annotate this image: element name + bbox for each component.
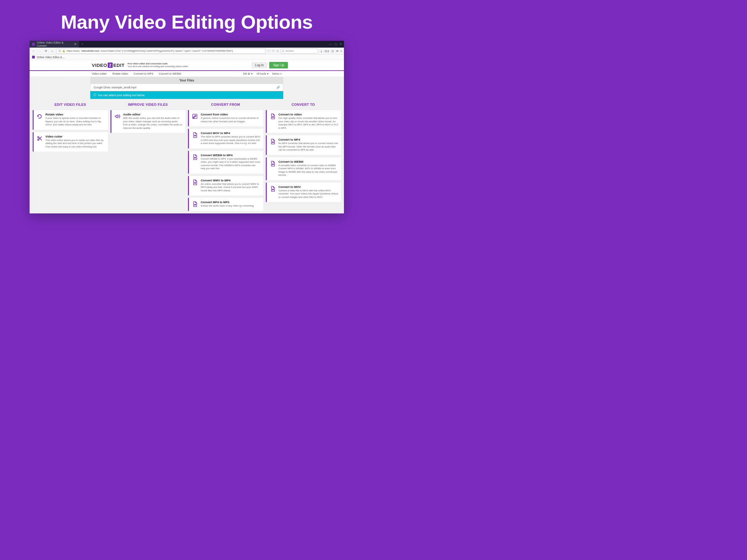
overflow-icon[interactable]: ≫ [336,50,339,53]
lock-icon: 🔒 [62,50,66,52]
tool-description: Convert a video file to MOV with this on… [279,189,339,199]
sidebar-icon[interactable]: ◫ [331,50,334,53]
tool-description: If your video is upside down or recorded… [46,117,105,127]
tool-title: Convert from video [201,113,261,116]
tool-card[interactable]: Convert to MP4 An MP4 converter that all… [266,135,341,155]
library-icon[interactable]: ⫿⫿⫿ [325,50,329,53]
audio-icon [114,113,121,130]
tool-title: Convert to MP4 [279,138,339,141]
tool-card[interactable]: Video cutter This video editor allows yo… [33,132,108,152]
window-close-button[interactable]: ✕ [340,43,342,46]
tool-column: Audio editor With this audio editor, you… [110,110,186,213]
url-host: video2edit.com [81,50,99,52]
tool-description: Convert WEBM to MP4. If you downloaded a… [201,157,261,170]
all-tools-menu[interactable]: All tools ▾ [256,72,268,75]
tool-card[interactable]: Convert MP4 to MP3 Extract the audio tra… [188,198,263,211]
tool-column: Rotate video If your video is upside dow… [33,110,108,213]
main-menu[interactable]: Menu ≡ [272,72,282,75]
search-input[interactable]: Q Suchen [281,49,318,54]
tool-card[interactable]: Rotate video If your video is upside dow… [33,110,108,130]
close-tab-icon[interactable]: ✕ [74,43,77,46]
tool-title: Audio editor [123,113,183,116]
tool-description: A generic online conversion tool to conv… [201,117,261,123]
tool-card[interactable]: Convert MOV to MP4 This MOV to MP4 conve… [188,129,263,149]
new-tab-button[interactable]: + [79,41,85,48]
search-placeholder: Suchen [285,50,294,52]
logo-text-mid: 2 [108,62,113,68]
window-minimize-button[interactable]: — [329,43,332,46]
tool-card[interactable]: Convert WMV to MP4 An online converter t… [188,176,263,196]
column-header: CONVERT FROM [188,103,263,108]
nav-back-button[interactable]: ← [31,50,36,53]
nav-item[interactable]: Rotate video [112,72,128,75]
link-icon[interactable]: 🔗 [276,86,280,89]
column-header: IMPROVE VIDEO FILES [110,103,186,108]
page-content: Your Files Google Drive: example_small.m… [30,77,344,213]
reload-button[interactable]: ⟳ [44,50,48,53]
site-logo[interactable]: VIDEO 2 EDIT [92,62,125,68]
tool-title: Convert MOV to MP4 [201,131,261,135]
tool-description: A versatile video converter to convert v… [279,164,339,177]
file-row[interactable]: Google Drive: example_small.mp4 🔗 [90,84,283,91]
signup-button[interactable]: Sign Up [269,62,288,69]
info-icon: ⓘ [58,49,61,53]
url-input[interactable]: ⓘ 🔒 https://www.video2edit.com/cloud?sta… [56,49,265,54]
hero-title: Many Video Editing Options [0,0,374,41]
file-icon [191,179,198,193]
file-icon [191,131,198,145]
login-button[interactable]: Log In [252,62,268,69]
tool-description: With this audio editor, you can edit the… [123,117,183,130]
tool-description: An online converter that allows you to c… [201,183,261,193]
page-action-dots-icon[interactable]: ⋯ [267,50,270,53]
tool-card[interactable]: Convert from video A generic online conv… [188,110,263,126]
tool-title: Video cutter [46,135,105,138]
file-icon [191,153,198,170]
nav-item[interactable]: Convert to WEBM [159,72,181,75]
tab-strip: Online Video Editor & Convert ✕ + — ▢ ✕ [30,41,344,48]
tool-title: Convert MP4 to MP3 [201,201,254,204]
file-icon [269,185,276,199]
tab-title: Online Video Editor & Convert [37,41,71,47]
site-header: VIDEO 2 EDIT Free video editor and conve… [30,60,344,70]
file-icon [269,160,276,177]
tool-title: Convert to WEBM [279,160,339,163]
tool-card[interactable]: Convert to MOV Convert a video file to M… [266,183,341,202]
info-banner: ⓘ You can select your editing tool below… [90,91,283,99]
home-button[interactable]: ⌂ [50,50,54,53]
tool-card[interactable]: Audio editor With this audio editor, you… [110,110,186,133]
nav-item[interactable]: Convert to MP4 [133,72,153,75]
tool-description: An MP4 converter that allows you to conv… [279,142,339,152]
tool-title: Rotate video [46,113,105,116]
cut-icon [36,135,43,149]
address-bar: ← → ⟳ ⌂ ⓘ 🔒 https://www.video2edit.com/c… [30,48,344,54]
file-name: Google Drive: example_small.mp4 [94,86,137,89]
tool-title: Convert to MOV [279,185,339,189]
bookmarks-bar: Online Video Editor & ... [30,54,344,60]
file-icon [269,113,276,130]
tool-column: Convert to video Our high-quality video … [266,110,341,213]
tool-card[interactable]: Convert to video Our high-quality video … [266,110,341,133]
menu-icon[interactable]: ≡ [340,50,342,53]
tools-grid: EDIT VIDEO FILESIMPROVE VIDEO FILESCONVE… [30,99,344,213]
downloads-icon[interactable]: ⭳ [320,50,323,53]
tool-title: Convert WMV to MP4 [201,179,261,182]
tool-description: This MOV to MP4 converter allows you to … [201,135,261,145]
nav-item[interactable]: Video cutter [92,72,107,75]
window-maximize-button[interactable]: ▢ [334,43,337,46]
tool-description: Our high-quality video converter that al… [279,117,339,130]
logo-tagline: Free video editor and conversion suite Y… [128,62,188,68]
bookmark-star-icon[interactable]: ☆ [276,50,279,53]
language-selector[interactable]: EN ⊕ ▾ [243,72,253,75]
reader-view-icon[interactable]: ♡ [272,50,275,53]
tool-card[interactable]: Convert WEBM to MP4 Convert WEBM to MP4.… [188,151,263,174]
tool-description: Extract the audio track of any video by … [201,205,254,208]
browser-tab[interactable]: Online Video Editor & Convert ✕ [30,41,79,48]
favicon-icon [32,56,35,58]
info-text: You can select your editing tool below. [98,94,145,97]
tool-title: Convert to video [279,113,339,116]
bookmark-item[interactable]: Online Video Editor & ... [37,56,65,59]
tool-title: Convert WEBM to MP4 [201,153,261,157]
tool-description: This video editor allows you to easily c… [46,139,105,149]
tool-card[interactable]: Convert to WEBM A versatile video conver… [266,157,341,180]
nav-forward-button[interactable]: → [38,50,42,53]
